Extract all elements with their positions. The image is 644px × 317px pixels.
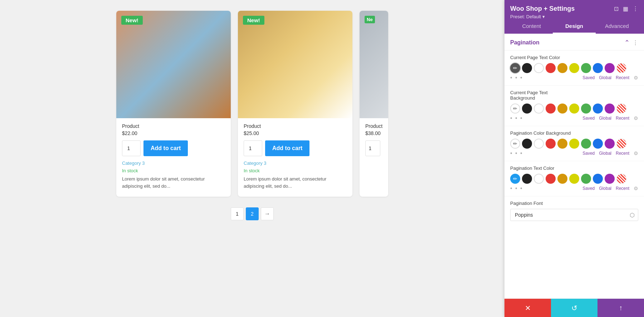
global-link-3[interactable]: Global xyxy=(599,186,611,191)
swatch-yellow-2[interactable] xyxy=(569,139,579,149)
swatch-none-3[interactable] xyxy=(616,174,626,184)
swatch-blue-1[interactable] xyxy=(593,104,603,114)
page-1-btn[interactable]: 1 xyxy=(231,207,244,220)
new-badge-2: New! xyxy=(243,16,264,25)
collapse-icon[interactable]: ⌃ xyxy=(624,39,630,47)
cancel-btn[interactable]: ✕ xyxy=(504,299,551,317)
swatch-green-2[interactable] xyxy=(581,139,591,149)
product-card-1: New! Product $22.00 Add to cart Category… xyxy=(116,11,231,197)
add-to-cart-btn-2[interactable]: Add to cart xyxy=(265,140,309,156)
panel-tabs: Content Design Advanced xyxy=(510,19,638,34)
new-badge-1: New! xyxy=(121,16,143,25)
saved-link-2[interactable]: Saved xyxy=(582,151,595,156)
global-link-2[interactable]: Global xyxy=(599,151,611,156)
swatch-purple-3[interactable] xyxy=(605,174,615,184)
swatch-green-0[interactable] xyxy=(581,63,591,73)
swatch-black-2[interactable] xyxy=(522,139,532,149)
swatch-purple-2[interactable] xyxy=(605,139,615,149)
meta-dots-3[interactable]: • • • xyxy=(510,185,523,192)
swatch-blue-3[interactable] xyxy=(593,174,603,184)
publish-btn[interactable]: ↑ xyxy=(597,299,644,317)
pagination: 1 2 → xyxy=(231,207,274,220)
swatch-amber-0[interactable] xyxy=(557,63,567,73)
meta-gear-2[interactable]: ⚙ xyxy=(634,150,638,156)
swatch-blue-2[interactable] xyxy=(593,139,603,149)
swatch-yellow-1[interactable] xyxy=(569,104,579,114)
color-picker-btn-3[interactable]: ✏ xyxy=(510,174,520,184)
screen-icon[interactable]: ⊡ xyxy=(614,5,619,12)
tab-advanced[interactable]: Advanced xyxy=(596,19,638,34)
color-picker-btn-2[interactable]: ✏ xyxy=(510,139,520,149)
category-link-2[interactable]: Category 3 xyxy=(244,160,347,166)
panel-title: Woo Shop + Settings xyxy=(510,5,575,13)
color-picker-btn-1[interactable]: ✏ xyxy=(510,104,520,114)
swatch-white-1[interactable] xyxy=(534,104,544,114)
product-info-3: Product $38.00 xyxy=(360,118,388,156)
color-label-2: Pagination Color Background xyxy=(510,130,638,136)
swatch-none-1[interactable] xyxy=(616,104,626,114)
cancel-icon: ✕ xyxy=(525,304,531,312)
page-2-btn[interactable]: 2 xyxy=(246,207,259,220)
swatch-red-1[interactable] xyxy=(546,104,556,114)
swatch-black-1[interactable] xyxy=(522,104,532,114)
section-more-icon[interactable]: ⋮ xyxy=(633,39,638,46)
swatch-green-1[interactable] xyxy=(581,104,591,114)
layout-icon[interactable]: ▦ xyxy=(623,5,628,12)
swatch-purple-1[interactable] xyxy=(605,104,615,114)
swatch-amber-1[interactable] xyxy=(557,104,567,114)
global-link-0[interactable]: Global xyxy=(599,75,611,80)
save-draft-btn[interactable]: ↺ xyxy=(551,299,597,317)
qty-input-3[interactable] xyxy=(365,140,380,156)
meta-gear-0[interactable]: ⚙ xyxy=(634,75,638,81)
swatch-amber-2[interactable] xyxy=(557,139,567,149)
recent-link-0[interactable]: Recent xyxy=(616,75,629,80)
recent-link-1[interactable]: Recent xyxy=(616,116,629,121)
font-select[interactable]: Poppins Roboto Open Sans Lato Montserrat xyxy=(510,209,638,221)
swatch-green-3[interactable] xyxy=(581,174,591,184)
swatch-red-2[interactable] xyxy=(546,139,556,149)
more-menu-icon[interactable]: ⋮ xyxy=(633,5,638,12)
preset-label[interactable]: Preset: Default xyxy=(510,14,545,19)
global-link-1[interactable]: Global xyxy=(599,116,611,121)
meta-gear-3[interactable]: ⚙ xyxy=(634,186,638,191)
meta-gear-1[interactable]: ⚙ xyxy=(634,115,638,121)
add-to-cart-btn-1[interactable]: Add to cart xyxy=(143,140,188,156)
swatch-black-0[interactable] xyxy=(522,63,532,73)
saved-link-1[interactable]: Saved xyxy=(582,116,595,121)
swatch-red-3[interactable] xyxy=(546,174,556,184)
color-label-0: Current Page Text Color xyxy=(510,55,638,60)
swatch-none-2[interactable] xyxy=(616,139,626,149)
saved-link-3[interactable]: Saved xyxy=(582,186,595,191)
swatch-yellow-0[interactable] xyxy=(569,63,579,73)
color-setting-pagination-text: Pagination Text Color ✏ • • • Saved Glob… xyxy=(504,161,644,196)
color-row-3: ✏ xyxy=(510,174,638,184)
tab-design[interactable]: Design xyxy=(553,19,595,34)
swatch-red-0[interactable] xyxy=(546,63,556,73)
product-photo-3 xyxy=(360,11,388,118)
color-setting-current-page-text-bg: Current Page TextBackground ✏ • • • Save… xyxy=(504,86,644,126)
color-picker-btn-0[interactable]: ✏ xyxy=(510,63,520,73)
main-canvas: New! Product $22.00 Add to cart Category… xyxy=(0,0,504,317)
publish-icon: ↑ xyxy=(619,304,623,312)
swatch-blue-0[interactable] xyxy=(593,63,603,73)
qty-input-2[interactable] xyxy=(244,140,262,156)
qty-input-1[interactable] xyxy=(122,140,141,156)
swatch-none-0[interactable] xyxy=(616,63,626,73)
product-info-1: Product $22.00 Add to cart Category 3 In… xyxy=(116,118,231,189)
meta-dots-0[interactable]: • • • xyxy=(510,75,523,81)
next-page-btn[interactable]: → xyxy=(261,207,274,220)
category-link-1[interactable]: Category 3 xyxy=(122,160,225,166)
swatch-black-3[interactable] xyxy=(522,174,532,184)
recent-link-2[interactable]: Recent xyxy=(616,151,629,156)
saved-link-0[interactable]: Saved xyxy=(582,75,595,80)
swatch-white-3[interactable] xyxy=(534,174,544,184)
swatch-white-2[interactable] xyxy=(534,139,544,149)
meta-dots-1[interactable]: • • • xyxy=(510,115,523,121)
tab-content[interactable]: Content xyxy=(510,19,553,34)
recent-link-3[interactable]: Recent xyxy=(616,186,629,191)
meta-dots-2[interactable]: • • • xyxy=(510,150,523,157)
swatch-white-0[interactable] xyxy=(534,63,544,73)
swatch-amber-3[interactable] xyxy=(557,174,567,184)
swatch-yellow-3[interactable] xyxy=(569,174,579,184)
swatch-purple-0[interactable] xyxy=(605,63,615,73)
